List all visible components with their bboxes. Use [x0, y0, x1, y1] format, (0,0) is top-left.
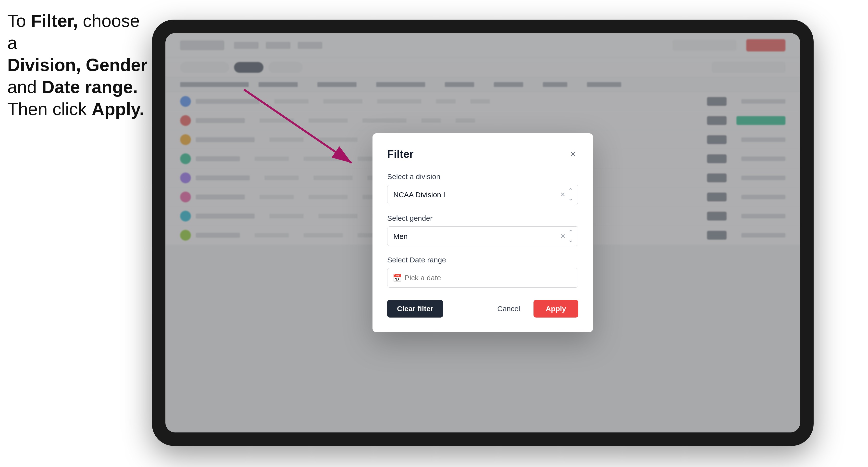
tablet-screen: Filter × Select a division NCAA Division… — [165, 33, 800, 432]
modal-overlay: Filter × Select a division NCAA Division… — [165, 33, 800, 432]
instruction-line4: Then click Apply. — [7, 99, 144, 119]
chevron-gender-icon: ⌃⌄ — [568, 228, 574, 244]
select-icons-gender: ✕ ⌃⌄ — [560, 228, 574, 244]
date-label: Select Date range — [387, 256, 578, 264]
tablet-device: Filter × Select a division NCAA Division… — [152, 20, 814, 446]
modal-footer: Clear filter Cancel Apply — [387, 300, 578, 317]
instruction-line3: and Date range. — [7, 77, 138, 97]
gender-select-wrapper: Men Women Co-ed ✕ ⌃⌄ — [387, 226, 578, 246]
clear-filter-button[interactable]: Clear filter — [387, 300, 443, 317]
cancel-button[interactable]: Cancel — [490, 300, 527, 317]
gender-label: Select gender — [387, 214, 578, 222]
modal-close-button[interactable]: × — [567, 149, 578, 159]
apply-button[interactable]: Apply — [533, 300, 578, 317]
instruction-bold2: Division, Gender — [7, 55, 148, 75]
date-form-group: Select Date range 📅 — [387, 256, 578, 288]
date-input-wrapper: 📅 — [387, 268, 578, 288]
modal-header: Filter × — [387, 148, 578, 160]
calendar-icon: 📅 — [393, 274, 402, 282]
select-icons: ✕ ⌃⌄ — [560, 187, 574, 202]
division-form-group: Select a division NCAA Division I NCAA D… — [387, 173, 578, 204]
division-label: Select a division — [387, 173, 578, 181]
division-select-wrapper: NCAA Division I NCAA Division II NCAA Di… — [387, 185, 578, 204]
instruction-line1: To Filter, choose a — [7, 11, 140, 53]
gender-form-group: Select gender Men Women Co-ed ✕ ⌃⌄ — [387, 214, 578, 246]
filter-modal: Filter × Select a division NCAA Division… — [372, 133, 593, 332]
modal-title: Filter — [387, 148, 414, 160]
footer-right-buttons: Cancel Apply — [490, 300, 578, 317]
chevron-icon: ⌃⌄ — [568, 187, 574, 202]
instruction-text: To Filter, choose a Division, Gender and… — [7, 10, 150, 120]
date-input[interactable] — [387, 268, 578, 288]
clear-icon: ✕ — [560, 191, 566, 198]
clear-gender-icon: ✕ — [560, 232, 566, 240]
gender-select[interactable]: Men Women Co-ed — [387, 226, 578, 246]
division-select[interactable]: NCAA Division I NCAA Division II NCAA Di… — [387, 185, 578, 204]
